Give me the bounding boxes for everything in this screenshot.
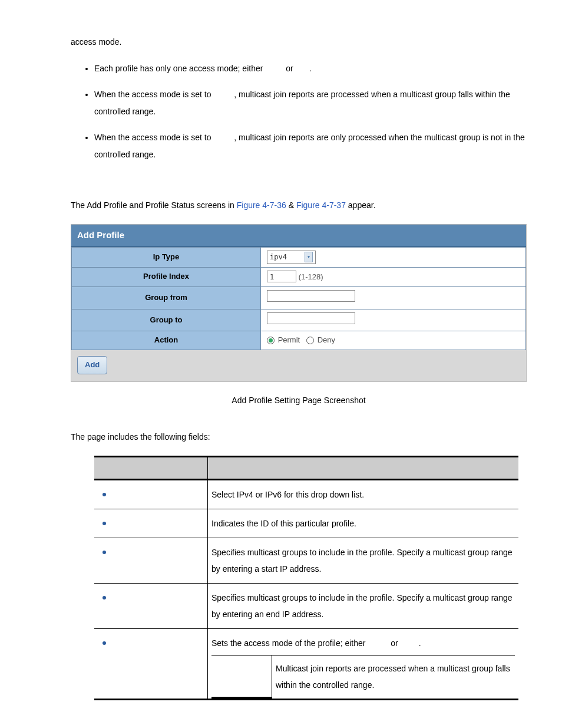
text: or xyxy=(391,638,398,648)
cell-groupfrom xyxy=(261,286,526,309)
bullet-item: Each profile has only one access mode; e… xyxy=(94,60,527,77)
header-object xyxy=(94,456,208,479)
bullet-icon xyxy=(103,551,106,554)
text: Each profile has only one access mode; e… xyxy=(94,64,265,73)
iptype-select[interactable]: ipv4 ▾ xyxy=(267,251,316,264)
groupto-input[interactable] xyxy=(267,312,355,324)
text: & xyxy=(289,200,296,210)
groupfrom-input[interactable] xyxy=(267,290,355,302)
inner-key xyxy=(211,655,272,698)
permit-label: Permit xyxy=(278,335,300,344)
cell-profileindex: 1 (1-128) xyxy=(261,267,526,286)
label-groupto: Group to xyxy=(72,309,261,331)
bullet-icon xyxy=(103,596,106,599)
label-iptype: Ip Type xyxy=(72,247,261,267)
text: When the access mode is set to xyxy=(94,90,213,99)
bullet-list: Each profile has only one access mode; e… xyxy=(82,60,527,163)
cell-iptype: ipv4 ▾ xyxy=(261,247,526,267)
label-groupfrom: Group from xyxy=(72,286,261,309)
object-cell xyxy=(94,583,208,628)
intro-line: access mode. xyxy=(71,35,527,48)
text: . xyxy=(419,638,421,648)
table-row: Specifies multicast groups to include in… xyxy=(94,583,518,628)
chevron-down-icon: ▾ xyxy=(305,252,313,262)
table-row: Specifies multicast groups to include in… xyxy=(94,538,518,583)
desc-cell: Indicates the ID of this particular prof… xyxy=(208,509,519,538)
permit-radio[interactable] xyxy=(267,337,275,344)
table-row: Indicates the ID of this particular prof… xyxy=(94,509,518,538)
page-content: access mode. Each profile has only one a… xyxy=(71,35,527,700)
panel-title: Add Profile xyxy=(71,225,526,247)
table-row: Select IPv4 or IPv6 for this drop down l… xyxy=(94,479,518,509)
text: or xyxy=(286,64,293,73)
desc-cell: Select IPv4 or IPv6 for this drop down l… xyxy=(208,479,519,509)
figure-caption: Add Profile Setting Page Screenshot xyxy=(71,394,527,407)
header-description xyxy=(208,456,519,479)
text: appear. xyxy=(348,200,376,210)
select-value: ipv4 xyxy=(270,252,287,263)
bullet-item: When the access mode is set to , multica… xyxy=(94,129,527,164)
profileindex-hint: (1-128) xyxy=(299,272,323,281)
inner-table: Multicast join reports are processed whe… xyxy=(211,655,515,699)
bullet-icon xyxy=(103,522,106,525)
figure-link[interactable]: Figure 4-7-36 xyxy=(237,200,286,210)
desc-cell: Specifies multicast groups to include in… xyxy=(208,583,519,628)
text: The Add Profile and Profile Status scree… xyxy=(71,200,237,210)
form-table: Ip Type ipv4 ▾ Profile Index 1 (1-128) G… xyxy=(71,247,526,350)
label-action: Action xyxy=(72,331,261,350)
description-table: Select IPv4 or IPv6 for this drop down l… xyxy=(94,456,518,701)
profileindex-input[interactable]: 1 xyxy=(267,271,296,282)
add-profile-panel: Add Profile Ip Type ipv4 ▾ Profile Index… xyxy=(71,224,527,382)
object-cell xyxy=(94,628,208,700)
object-cell xyxy=(94,509,208,538)
deny-radio[interactable] xyxy=(306,337,314,344)
paragraph: The Add Profile and Profile Status scree… xyxy=(71,199,527,212)
fields-intro: The page includes the following fields: xyxy=(71,430,527,443)
bullet-item: When the access mode is set to , multica… xyxy=(94,86,527,121)
object-cell xyxy=(94,479,208,509)
desc-cell: Specifies multicast groups to include in… xyxy=(208,538,519,583)
table-row: Sets the access mode of the profile; eit… xyxy=(94,628,518,700)
add-button[interactable]: Add xyxy=(77,356,107,374)
deny-label: Deny xyxy=(318,335,335,344)
table-header-row xyxy=(94,456,518,479)
table-row: Multicast join reports are processed whe… xyxy=(211,655,515,698)
bullet-icon xyxy=(103,641,106,645)
cell-action: Permit Deny xyxy=(261,331,526,350)
text: When the access mode is set to xyxy=(94,133,213,142)
label-profileindex: Profile Index xyxy=(72,267,261,286)
inner-desc: Multicast join reports are processed whe… xyxy=(272,655,515,698)
text: Sets the access mode of the profile; eit… xyxy=(211,638,368,648)
desc-cell: Sets the access mode of the profile; eit… xyxy=(208,628,519,700)
cell-groupto xyxy=(261,309,526,331)
object-cell xyxy=(94,538,208,583)
text: . xyxy=(309,64,312,73)
figure-link[interactable]: Figure 4-7-37 xyxy=(296,200,346,210)
bullet-icon xyxy=(103,493,106,496)
